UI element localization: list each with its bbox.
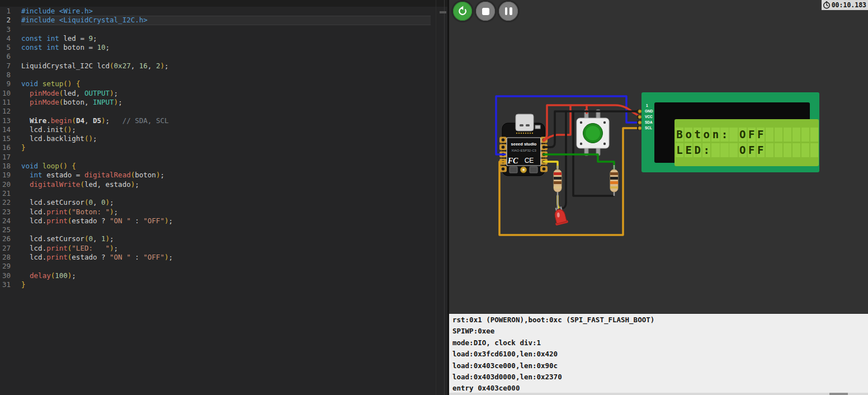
lcd-cell: t — [694, 128, 701, 142]
line-number: 5 — [0, 43, 21, 52]
line-number: 23 — [0, 208, 21, 217]
code-line: 23 lcd.print("Boton: "); — [0, 208, 431, 217]
code-line: 15 lcd.backlight(); — [0, 134, 431, 143]
code-line: 6 — [0, 52, 431, 61]
line-number: 22 — [0, 198, 21, 207]
line-number: 8 — [0, 70, 21, 79]
code-line: 4const int led = 9; — [0, 34, 431, 43]
wire-black-led[interactable] — [563, 111, 566, 208]
lcd-pin-label-gnd: GND — [645, 109, 653, 114]
line-number: 7 — [0, 62, 21, 70]
lcd-pin-label-sda: SDA — [645, 120, 653, 125]
code-line: 9void setup() { — [0, 79, 431, 88]
lcd1602-display[interactable]: 1 GNDVCCSDASCL Boton:OFF LED:OFF — [641, 92, 819, 172]
led-red[interactable] — [551, 206, 568, 226]
code-line: 25 — [0, 225, 431, 234]
lcd-cell — [792, 128, 800, 142]
code-editor[interactable]: 1#include <Wire.h>2#include <LiquidCryst… — [0, 0, 447, 395]
editor-scroll-thumb[interactable] — [440, 11, 446, 13]
line-number: 26 — [0, 234, 21, 243]
line-number: 2 — [0, 16, 21, 25]
line-number: 16 — [0, 143, 21, 152]
simulation-timer: 00:10.183 — [822, 0, 868, 10]
resistor-10k[interactable] — [610, 165, 618, 196]
stop-button[interactable] — [476, 2, 495, 21]
line-number: 24 — [0, 217, 21, 225]
editor-top-strip — [0, 0, 447, 7]
simulation-canvas[interactable]: seeed studio XIAO-ESP32-C3 FC CE — [449, 0, 868, 314]
line-number: 10 — [0, 89, 21, 98]
serial-monitor[interactable]: rst:0x1 (POWERON),boot:0xc (SPI_FAST_FLA… — [449, 314, 868, 395]
lcd-cell: F — [757, 143, 765, 157]
line-number: 14 — [0, 125, 21, 134]
editor-scrollbar[interactable] — [431, 0, 447, 395]
timer-value: 00:10.183 — [832, 1, 866, 9]
lcd-cell: O — [739, 143, 747, 157]
editor-scroll-divider — [436, 0, 436, 395]
code-line: 3 — [0, 25, 431, 34]
lcd-cell — [784, 143, 791, 157]
lcd-cell: o — [685, 128, 692, 142]
xiao-esp32c3-board[interactable]: seeed studio XIAO-ESP32-C3 FC CE — [499, 114, 548, 176]
lcd-cell: O — [739, 128, 747, 142]
code-line: 10 pinMode(led, OUTPUT); — [0, 89, 431, 98]
lcd-cell — [792, 143, 800, 157]
code-line: 5const int boton = 10; — [0, 43, 431, 52]
serial-hscroll-thumb[interactable] — [829, 393, 848, 395]
line-number: 28 — [0, 253, 21, 262]
line-number: 9 — [0, 79, 21, 88]
lcd-bezel: Boton:OFF LED:OFF — [654, 102, 810, 163]
lcd-cell: o — [702, 128, 710, 142]
code-line: 21 — [0, 189, 431, 198]
code-lines: 1#include <Wire.h>2#include <LiquidCryst… — [0, 7, 431, 289]
clock-icon — [823, 1, 831, 9]
restart-button[interactable] — [453, 2, 472, 21]
serial-line: mode:DIO, clock div:1 — [449, 337, 868, 349]
serial-line: load:0x403d0000,len:0x2370 — [449, 372, 868, 383]
lcd-pin-label-vcc: VCC — [645, 115, 653, 119]
serial-hscrollbar[interactable] — [449, 393, 868, 395]
line-number: 6 — [0, 52, 21, 61]
lcd-cell: D — [694, 143, 701, 157]
lcd-pin-label-scl: SCL — [645, 126, 652, 130]
pause-button[interactable] — [499, 2, 518, 21]
code-line: 26 lcd.setCursor(0, 1); — [0, 234, 431, 243]
lcd-row-1: Boton:OFF — [676, 128, 818, 142]
line-number: 30 — [0, 271, 21, 280]
code-line: 16} — [0, 143, 431, 152]
serial-line: load:0x403ce000,len:0x90c — [449, 360, 868, 372]
serial-line: SPIWP:0xee — [449, 326, 868, 337]
lcd-cell — [801, 128, 809, 142]
code-line: 18void loop() { — [0, 162, 431, 171]
line-number: 11 — [0, 98, 21, 107]
ce-mark: CE — [525, 157, 534, 164]
lcd-cell — [729, 128, 737, 142]
line-number: 15 — [0, 134, 21, 143]
lcd-cell — [801, 143, 809, 157]
code-line: 7LiquidCrystal_I2C lcd(0x27, 16, 2); — [0, 62, 431, 70]
code-line: 31} — [0, 280, 431, 289]
stop-icon — [482, 8, 489, 15]
serial-output: rst:0x1 (POWERON),boot:0xc (SPI_FAST_FLA… — [449, 314, 868, 394]
xiao-component — [535, 125, 540, 129]
push-button-cap[interactable] — [586, 126, 600, 140]
code-line: 8 — [0, 70, 431, 79]
lcd-cell — [766, 143, 773, 157]
code-line: 13 Wire.begin(D4, D5); // SDA, SCL — [0, 116, 431, 125]
restart-icon — [457, 6, 468, 17]
sim-toolbar — [453, 2, 518, 21]
code-line: 1#include <Wire.h> — [0, 7, 431, 16]
lcd-row-2: LED:OFF — [676, 143, 818, 157]
code-line: 17 — [0, 153, 431, 162]
line-number: 20 — [0, 180, 21, 189]
push-button[interactable] — [577, 110, 609, 156]
lcd-cell: B — [676, 128, 683, 142]
code-line: 19 int estado = digitalRead(boton); — [0, 171, 431, 180]
lcd-cell: : — [720, 128, 728, 142]
line-number: 17 — [0, 153, 21, 162]
resistor-220[interactable] — [554, 166, 562, 209]
xiao-brand-label: seeed studio — [511, 142, 537, 147]
line-number: 18 — [0, 162, 21, 171]
usb-c-connector — [516, 114, 534, 131]
line-number: 31 — [0, 280, 21, 289]
